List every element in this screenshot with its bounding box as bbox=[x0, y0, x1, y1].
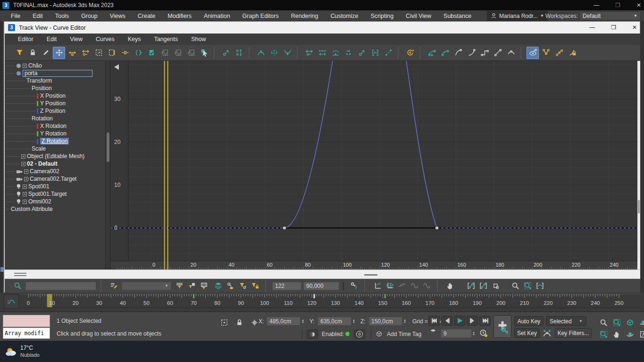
lock-selection-icon[interactable] bbox=[26, 47, 39, 59]
filter-active-layer-icon[interactable] bbox=[212, 280, 224, 292]
expand-icon[interactable]: + bbox=[24, 169, 28, 174]
tree-item-position[interactable]: Position bbox=[5, 84, 105, 92]
curve-out-of-range-icon[interactable] bbox=[132, 47, 144, 59]
space-keys-icon[interactable] bbox=[316, 47, 328, 59]
tv-menu-tangents[interactable]: Tangents bbox=[147, 34, 184, 44]
menu-customize[interactable]: Customize bbox=[324, 11, 364, 21]
menu-tools[interactable]: Tools bbox=[49, 11, 75, 21]
loop-animation-icon[interactable] bbox=[404, 47, 416, 59]
tree-item-x-position[interactable]: X Position bbox=[5, 92, 105, 100]
scale-keys-icon[interactable] bbox=[79, 47, 92, 59]
close-icon[interactable]: ✕ bbox=[632, 24, 637, 31]
frame-value-extents-icon[interactable] bbox=[477, 280, 489, 292]
key-mode-toggle[interactable]: ◀▶ bbox=[428, 329, 438, 338]
orbit-subobject-icon[interactable] bbox=[624, 328, 636, 340]
tree-item-custom-attribute[interactable]: Custom Attribute bbox=[5, 205, 105, 213]
pan-hand-icon[interactable] bbox=[444, 280, 456, 292]
split-keys-icon[interactable] bbox=[268, 47, 280, 59]
previous-frame-icon[interactable] bbox=[441, 316, 452, 326]
graph-scrollbar[interactable] bbox=[637, 61, 640, 269]
offset-keys-icon[interactable] bbox=[343, 47, 355, 59]
minimize-icon[interactable]: — bbox=[594, 2, 599, 8]
zoom-selected-object-icon[interactable] bbox=[11, 280, 24, 292]
lock-attributes-icon[interactable] bbox=[249, 280, 261, 292]
user-account-button[interactable]: Mariana Rodr... ▼ bbox=[487, 11, 548, 21]
set-key-button[interactable]: Set Key bbox=[514, 328, 540, 338]
isolate-curve-view-icon[interactable] bbox=[534, 280, 546, 292]
tv-menu-edit[interactable]: Edit bbox=[40, 34, 64, 44]
filter-selected-tracks-icon[interactable] bbox=[173, 280, 185, 292]
tree-item-camera002[interactable]: +Camera002 bbox=[5, 168, 105, 175]
maximize-icon[interactable]: ❒ bbox=[615, 2, 620, 8]
trim-keys-icon[interactable] bbox=[356, 47, 368, 59]
tree-item-object-editable-mesh-[interactable]: +Object (Editable Mesh) bbox=[5, 152, 105, 160]
key-filter-scope-dropdown[interactable]: Selected ▼ bbox=[546, 316, 586, 326]
tangents-auto-icon[interactable]: A bbox=[426, 47, 438, 59]
filter-unlocked-tracks-icon[interactable] bbox=[236, 280, 249, 292]
key-time-field[interactable]: 122 bbox=[272, 282, 301, 290]
minimize-icon[interactable]: — bbox=[589, 24, 595, 31]
edit-track-set-icon[interactable] bbox=[108, 280, 120, 292]
track-set-dropdown[interactable]: ▼ bbox=[122, 282, 171, 290]
tangents-spline-icon[interactable] bbox=[439, 47, 451, 59]
tree-item-y-rotation[interactable]: Y Rotation bbox=[5, 130, 105, 137]
tree-item-02-default[interactable]: +02 - Default bbox=[5, 160, 105, 168]
buffer-wave-2-icon[interactable] bbox=[420, 280, 433, 292]
tv-menu-curves[interactable]: Curves bbox=[89, 34, 121, 44]
y-coord-field[interactable]: 635,0cm bbox=[318, 317, 351, 326]
menu-scripting[interactable]: Scripting bbox=[364, 11, 400, 21]
show-tangents-icon[interactable] bbox=[527, 47, 539, 59]
buffer-wave-1-icon[interactable] bbox=[408, 280, 420, 292]
time-tag-shield-button[interactable] bbox=[307, 329, 318, 339]
maxscript-mini-listener[interactable] bbox=[3, 315, 50, 327]
selection-lock-icon[interactable] bbox=[233, 316, 245, 328]
filter-animated-tracks-icon[interactable] bbox=[198, 280, 210, 292]
zoom-region-icon[interactable] bbox=[521, 280, 534, 292]
tree-scrollbar[interactable] bbox=[106, 61, 110, 269]
timeline-ruler[interactable]: 0102030405060708090100110120130140150160… bbox=[20, 294, 640, 310]
go-to-end-icon[interactable] bbox=[479, 316, 491, 326]
graph-scrollbar-thumb[interactable] bbox=[638, 200, 640, 213]
tv-menu-view[interactable]: View bbox=[63, 34, 89, 44]
menu-file[interactable]: File bbox=[5, 11, 26, 21]
z-coord-field[interactable]: 150,0cm bbox=[368, 317, 402, 326]
apply-noise-icon[interactable] bbox=[396, 280, 408, 292]
expand-icon[interactable]: + bbox=[21, 162, 25, 166]
curve-graph[interactable]: 0204060801001201401601802002202400102030 bbox=[110, 61, 637, 269]
tree-item-rotation[interactable]: Rotation bbox=[5, 115, 105, 122]
show-key-values-icon[interactable] bbox=[371, 280, 384, 292]
stretch-keys-time-icon[interactable] bbox=[303, 47, 315, 59]
menu-animation[interactable]: Animation bbox=[198, 11, 236, 21]
show-value-toolbar-icon[interactable] bbox=[384, 280, 396, 292]
align-keys-vertical-icon[interactable] bbox=[233, 47, 245, 59]
pan-icon[interactable] bbox=[611, 328, 623, 340]
key-stats-icon[interactable]: i bbox=[348, 280, 360, 292]
isolate-curve-icon[interactable] bbox=[145, 47, 158, 59]
flatten-keys-icon[interactable] bbox=[329, 47, 342, 59]
tree-item-ch-o[interactable]: +Chão bbox=[5, 62, 105, 69]
region-keys-tool-icon[interactable] bbox=[369, 47, 381, 59]
go-to-start-icon[interactable] bbox=[428, 316, 440, 326]
time-configuration-button[interactable] bbox=[479, 329, 488, 337]
lock-tangents-icon[interactable] bbox=[566, 47, 578, 59]
enabled-count-button[interactable]: 0 bbox=[354, 329, 365, 339]
select-keys-region-icon[interactable] bbox=[92, 47, 105, 59]
draw-curves-icon[interactable] bbox=[40, 47, 52, 59]
tree-item-porta[interactable]: porta bbox=[5, 69, 105, 77]
maxscript-listener-field[interactable]: Array modifi bbox=[3, 328, 50, 339]
add-time-tag[interactable]: Add Time Tag bbox=[387, 331, 421, 337]
menu-graph-editors[interactable]: Graph Editors bbox=[236, 11, 285, 21]
menu-modifiers[interactable]: Modifiers bbox=[161, 11, 198, 21]
auto-key-button[interactable]: Auto Key bbox=[514, 316, 544, 326]
menu-edit[interactable]: Edit bbox=[26, 11, 49, 21]
zoom-all-icon[interactable] bbox=[611, 316, 623, 328]
buffer-curves-swap-icon[interactable] bbox=[185, 47, 197, 59]
zoom-extents-icon[interactable] bbox=[624, 316, 636, 328]
tangents-fast-icon[interactable] bbox=[452, 47, 464, 59]
tree-item-z-position[interactable]: Z Position bbox=[5, 107, 105, 115]
tangents-linear-icon[interactable] bbox=[492, 47, 504, 59]
selection-region-icon[interactable] bbox=[218, 316, 230, 328]
tangents-smooth-icon[interactable] bbox=[505, 47, 517, 59]
menu-group[interactable]: Group bbox=[75, 11, 104, 21]
scale-values-region-icon[interactable] bbox=[106, 47, 118, 59]
